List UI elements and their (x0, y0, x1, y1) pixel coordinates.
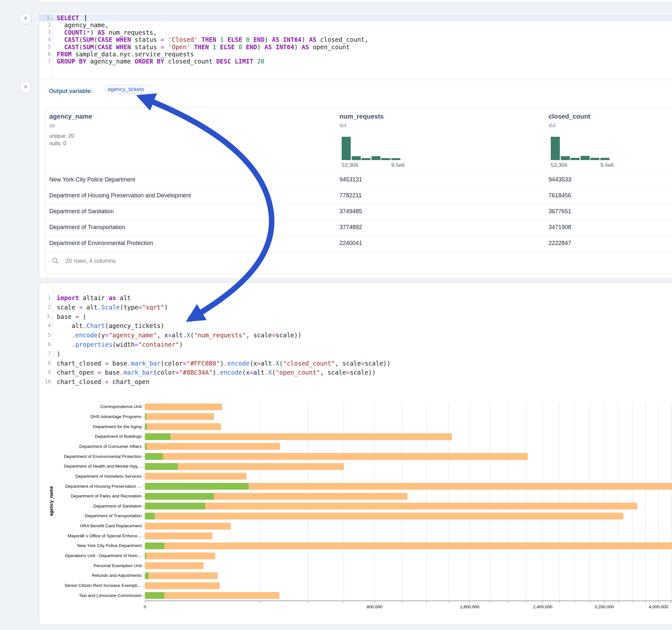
code-line[interactable]: GROUP BY agency_name ORDER BY closed_cou… (57, 58, 265, 65)
gridline (671, 402, 671, 601)
column-name[interactable]: agency_name (49, 113, 92, 120)
bar-open-count[interactable] (145, 423, 147, 430)
histogram-min-label: 53,304 (551, 162, 567, 168)
code-token: = (161, 36, 164, 43)
histogram-bar[interactable] (361, 158, 370, 160)
bar-open-count[interactable] (145, 553, 146, 559)
histogram-bar[interactable] (600, 158, 609, 160)
bar-closed-count[interactable] (145, 503, 637, 509)
output-variable-chip[interactable]: agency_tickets (104, 85, 151, 94)
code-line[interactable]: scale = alt.Scale(type="sqrt") (57, 303, 168, 312)
bar-closed-count[interactable] (145, 532, 212, 539)
python-code-editor[interactable]: 1import altair as alt2scale = alt.Scale(… (39, 283, 672, 390)
search-icon[interactable] (52, 257, 59, 264)
bar-closed-count[interactable] (145, 553, 215, 559)
code-line[interactable]: CAST(SUM(CASE WHEN status = 'Open' THEN … (57, 43, 350, 51)
bar-closed-count[interactable] (145, 592, 280, 599)
code-token: alt (172, 332, 183, 339)
code-token: 0 (239, 43, 242, 51)
bar-open-count[interactable] (145, 413, 146, 420)
bar-open-count[interactable] (145, 483, 249, 490)
bar-open-count[interactable] (145, 592, 164, 599)
table-row[interactable]: New York City Police Department945313194… (45, 172, 672, 188)
table-row[interactable]: Department of Sanitation37494853677651 (45, 203, 672, 219)
bar-closed-count[interactable] (145, 523, 231, 530)
y-axis-label: Department of Parks and Recreation (43, 493, 142, 499)
bar-closed-count[interactable] (145, 542, 672, 549)
bar-closed-count[interactable] (145, 423, 221, 430)
code-line[interactable]: chart_closed + chart_open (57, 377, 149, 387)
histogram-bar[interactable] (581, 156, 590, 160)
gridline (604, 402, 605, 601)
code-token: X (186, 332, 190, 339)
y-axis-label: HRA Benefit Card Replacement (43, 524, 142, 528)
add-cell-button-output[interactable]: + (20, 81, 31, 93)
histogram-bar[interactable] (381, 158, 390, 160)
bar-open-count[interactable] (145, 493, 214, 500)
bar-open-count[interactable] (145, 503, 205, 509)
bar-open-count[interactable] (145, 463, 178, 470)
histogram-bar[interactable] (590, 158, 599, 160)
histogram-bar[interactable] (352, 156, 361, 160)
code-line[interactable]: COUNT(*) AS num_requests, (57, 29, 157, 36)
code-line[interactable]: ) (57, 349, 60, 359)
column-stat: nulls: 0 (49, 140, 66, 146)
bar-closed-count[interactable] (145, 413, 214, 420)
histogram-bar[interactable] (391, 158, 400, 160)
bar-open-count[interactable] (145, 542, 164, 549)
code-token: , scale (320, 369, 346, 376)
histogram-bar[interactable] (371, 156, 381, 160)
code-line[interactable]: base = ( (57, 312, 87, 321)
bar-closed-count[interactable] (145, 513, 623, 519)
column-name[interactable]: num_requests (339, 113, 384, 120)
code-line[interactable]: FROM sample_data.nyc.service_requests (57, 51, 194, 58)
bar-closed-count[interactable] (145, 582, 220, 589)
code-line[interactable]: agency_name, (57, 21, 109, 28)
bar-open-count[interactable] (145, 453, 163, 460)
histogram-bar[interactable] (342, 137, 351, 160)
code-line[interactable]: CAST(SUM(CASE WHEN status = 'Closed' THE… (57, 36, 368, 43)
table-row[interactable]: Department of Environmental Protection22… (45, 235, 672, 251)
table-row[interactable]: Department of Housing Preservation and D… (45, 188, 672, 203)
bar-closed-count[interactable] (145, 473, 246, 480)
code-line[interactable]: chart_closed = base.mark_bar(color="#FFC… (57, 359, 391, 368)
code-token: INT64 (275, 43, 294, 51)
y-axis-tick (143, 576, 145, 576)
y-axis-tick (143, 596, 145, 596)
line-number: 1 (39, 293, 51, 303)
code-line[interactable]: .properties(width="container") (57, 340, 183, 349)
add-cell-button-top[interactable]: + (20, 13, 31, 24)
code-token: base (101, 369, 120, 376)
bar-open-count[interactable] (145, 433, 170, 440)
bar-open-count[interactable] (145, 513, 154, 519)
column-name[interactable]: closed_count (549, 113, 590, 120)
bar-closed-count[interactable] (145, 453, 528, 460)
gridline (307, 402, 308, 601)
bar-closed-count[interactable] (145, 572, 217, 579)
line-number: 5 (39, 43, 51, 51)
table-row[interactable]: Department of Transportation377489234719… (45, 219, 672, 235)
code-token: scale)) (350, 369, 376, 376)
code-token (224, 36, 227, 43)
bar-closed-count[interactable] (145, 404, 222, 410)
line-number: 2 (39, 21, 51, 28)
bar-closed-count[interactable] (145, 443, 280, 450)
fold-chevron-icon[interactable]: ⌄ (51, 315, 53, 319)
bar-open-count[interactable] (145, 572, 148, 579)
code-line[interactable]: import altair as alt (57, 293, 131, 303)
code-token: . (272, 360, 275, 367)
code-token: status (131, 36, 161, 43)
code-line[interactable]: .encode(y="agency_name", x=alt.X("num_re… (57, 331, 302, 340)
code-line[interactable]: SELECT (57, 14, 86, 21)
line-number: 1⌄ (39, 14, 53, 22)
bar-closed-count[interactable] (145, 433, 452, 440)
bar-closed-count[interactable] (145, 562, 203, 569)
histogram-bar[interactable] (561, 156, 570, 160)
histogram-bar[interactable] (571, 158, 580, 160)
bar-open-count[interactable] (145, 443, 146, 450)
code-line[interactable]: alt.Chart(agency_tickets) (57, 321, 164, 331)
histogram-bar[interactable] (551, 137, 560, 160)
code-line[interactable]: chart_open = base.mark_bar(color="#8BC34… (57, 368, 376, 377)
fold-chevron-icon[interactable]: ⌄ (51, 16, 53, 20)
sql-code-editor[interactable]: 1⌄SELECT 2 agency_name,3 COUNT(*) AS num… (39, 13, 672, 80)
